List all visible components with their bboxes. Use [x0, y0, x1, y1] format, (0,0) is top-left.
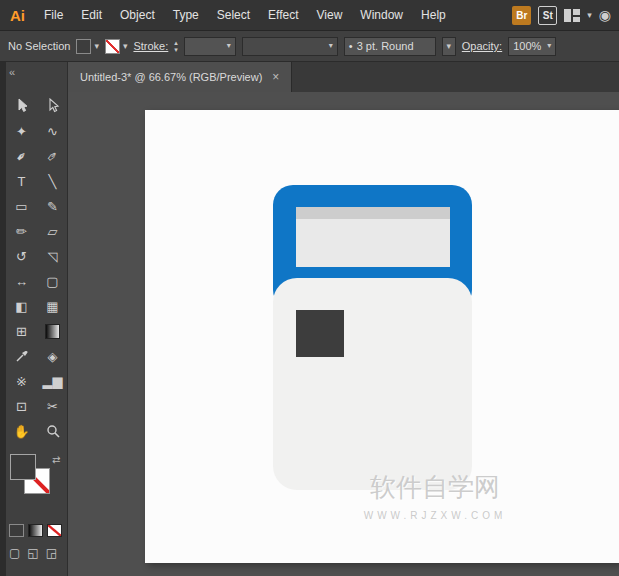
- brush-preview-dot: •: [349, 40, 353, 52]
- menu-type[interactable]: Type: [164, 8, 208, 22]
- chevron-down-icon[interactable]: ▾: [227, 42, 231, 50]
- gradient-tool[interactable]: [37, 319, 68, 344]
- chevron-down-icon[interactable]: ▾: [587, 11, 592, 20]
- selection-tool[interactable]: [6, 94, 37, 119]
- free-transform-tool-icon: ▢: [46, 275, 58, 288]
- menu-window[interactable]: Window: [351, 8, 412, 22]
- fill-color-control[interactable]: ▾: [76, 39, 99, 54]
- rotate-tool-icon: ↺: [16, 250, 27, 263]
- chevron-down-icon[interactable]: ▾: [94, 42, 99, 51]
- canvas-area[interactable]: 软件自学网 WWW.RJZXW.COM: [69, 92, 619, 576]
- chevron-down-icon[interactable]: ▾: [329, 42, 333, 50]
- zoom-tool[interactable]: [37, 419, 68, 444]
- gradient-button[interactable]: [28, 524, 43, 537]
- color-button[interactable]: [9, 524, 24, 537]
- document-tab[interactable]: Untitled-3* @ 66.67% (RGB/Preview) ×: [68, 62, 292, 92]
- width-profile-select[interactable]: ▾: [242, 37, 338, 56]
- stroke-color-swatch[interactable]: [105, 39, 120, 54]
- draw-normal-mode[interactable]: ▢: [9, 546, 20, 560]
- perspective-grid-tool[interactable]: ▦: [37, 294, 68, 319]
- eyedropper-tool[interactable]: [6, 344, 37, 369]
- type-tool-icon: T: [18, 175, 26, 188]
- document-tab-bar: Untitled-3* @ 66.67% (RGB/Preview) ×: [68, 62, 619, 92]
- shape-builder-tool[interactable]: ◧: [6, 294, 37, 319]
- stroke-weight-select[interactable]: ▾: [184, 37, 236, 56]
- stepper-down-icon[interactable]: ▾: [174, 46, 178, 53]
- menu-select[interactable]: Select: [208, 8, 259, 22]
- rectangle-tool-icon: ▭: [15, 200, 27, 213]
- draw-behind-mode[interactable]: ◱: [27, 546, 38, 560]
- shaper-tool[interactable]: ✏: [6, 219, 37, 244]
- swap-fill-stroke-icon[interactable]: ⇄: [52, 454, 60, 465]
- menu-edit[interactable]: Edit: [72, 8, 111, 22]
- close-icon[interactable]: ×: [272, 70, 279, 84]
- fill-color-swatch[interactable]: [76, 39, 91, 54]
- eyedropper-tool-icon: [15, 349, 29, 365]
- symbol-sprayer-tool-icon: ※: [16, 375, 27, 388]
- none-button[interactable]: [47, 524, 62, 537]
- document-tab-title: Untitled-3* @ 66.67% (RGB/Preview): [80, 71, 262, 83]
- eraser-tool[interactable]: ▱: [37, 219, 68, 244]
- curvature-tool-icon: ✑: [44, 148, 61, 165]
- artwork-dark-square-shape[interactable]: [296, 310, 344, 357]
- mesh-tool[interactable]: ⊞: [6, 319, 37, 344]
- bridge-button[interactable]: Br: [512, 6, 531, 25]
- app-logo: Ai: [10, 7, 25, 24]
- opacity-label[interactable]: Opacity:: [462, 40, 502, 52]
- pen-tool-icon: ✒: [13, 148, 30, 165]
- lasso-tool[interactable]: ∿: [37, 119, 68, 144]
- selection-tool-icon: [15, 98, 29, 115]
- rectangle-tool[interactable]: ▭: [6, 194, 37, 219]
- pen-tool[interactable]: ✒: [6, 144, 37, 169]
- stroke-weight-stepper[interactable]: ▴ ▾: [174, 39, 178, 53]
- artwork-screen-band-shape[interactable]: [296, 207, 450, 219]
- watermark-url: WWW.RJZXW.COM: [315, 510, 555, 521]
- stroke-label[interactable]: Stroke:: [133, 40, 168, 52]
- appearance-buttons: [9, 524, 62, 537]
- blend-tool[interactable]: ◈: [37, 344, 68, 369]
- watermark: 软件自学网 WWW.RJZXW.COM: [315, 470, 555, 521]
- menu-file[interactable]: File: [35, 8, 72, 22]
- chevron-down-icon[interactable]: ▾: [547, 42, 551, 50]
- menubar-right: Br St ▾ ◉: [512, 6, 611, 25]
- free-transform-tool[interactable]: ▢: [37, 269, 68, 294]
- menu-view[interactable]: View: [308, 8, 352, 22]
- menu-help[interactable]: Help: [412, 8, 455, 22]
- scale-tool-icon: ◹: [48, 250, 58, 263]
- sync-settings-icon[interactable]: ◉: [599, 7, 611, 23]
- hand-tool[interactable]: ✋: [6, 419, 37, 444]
- slice-tool-icon: ✂: [47, 400, 58, 413]
- magic-wand-tool[interactable]: ✦: [6, 119, 37, 144]
- curvature-tool[interactable]: ✑: [37, 144, 68, 169]
- paintbrush-tool[interactable]: ✎: [37, 194, 68, 219]
- collapse-panel-button[interactable]: «: [9, 66, 13, 78]
- width-tool-icon: ↔: [15, 275, 28, 288]
- workspace-switcher-icon[interactable]: [564, 9, 580, 22]
- column-graph-tool[interactable]: ▂▆: [37, 369, 68, 394]
- type-tool[interactable]: T: [6, 169, 37, 194]
- line-segment-tool[interactable]: ╲: [37, 169, 68, 194]
- artboard-tool[interactable]: ⊡: [6, 394, 37, 419]
- tools-panel: « ✦∿✒✑T╲▭✎✏▱↺◹↔▢◧▦⊞◈※▂▆⊡✂✋ ⇄ ▢◱◲: [0, 62, 68, 576]
- menu-effect[interactable]: Effect: [259, 8, 307, 22]
- stock-button[interactable]: St: [538, 6, 557, 25]
- stepper-up-icon[interactable]: ▴: [174, 39, 178, 46]
- rotate-tool[interactable]: ↺: [6, 244, 37, 269]
- opacity-select[interactable]: 100% ▾: [508, 37, 556, 56]
- symbol-sprayer-tool[interactable]: ※: [6, 369, 37, 394]
- stroke-color-control[interactable]: ▾: [105, 39, 128, 54]
- chevron-down-icon[interactable]: ▾: [123, 42, 128, 51]
- slice-tool[interactable]: ✂: [37, 394, 68, 419]
- menu-object[interactable]: Object: [111, 8, 164, 22]
- watermark-title: 软件自学网: [315, 470, 555, 505]
- width-tool[interactable]: ↔: [6, 269, 37, 294]
- scale-tool[interactable]: ◹: [37, 244, 68, 269]
- artboard[interactable]: 软件自学网 WWW.RJZXW.COM: [145, 110, 619, 563]
- artwork-screen-shape[interactable]: [296, 207, 450, 267]
- draw-inside-mode[interactable]: ◲: [46, 546, 57, 560]
- direct-selection-tool[interactable]: [37, 94, 68, 119]
- brush-dropdown-button[interactable]: ▾: [442, 37, 456, 56]
- fill-swatch[interactable]: [10, 454, 36, 480]
- artboard-tool-icon: ⊡: [16, 400, 27, 413]
- brush-definition-select[interactable]: • 3 pt. Round: [344, 37, 436, 56]
